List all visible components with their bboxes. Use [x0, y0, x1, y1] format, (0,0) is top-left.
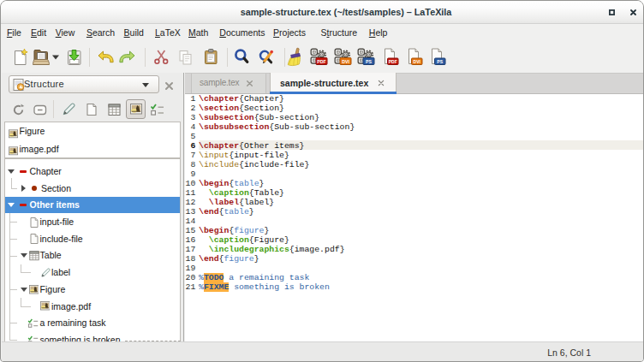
svg-text:DVI: DVI [342, 59, 349, 64]
svg-text:DVI: DVI [413, 59, 420, 64]
svg-text:PS: PS [366, 59, 372, 64]
svg-text:PS: PS [437, 59, 443, 64]
svg-text:PDF: PDF [317, 59, 325, 64]
svg-text:PDF: PDF [389, 59, 397, 64]
